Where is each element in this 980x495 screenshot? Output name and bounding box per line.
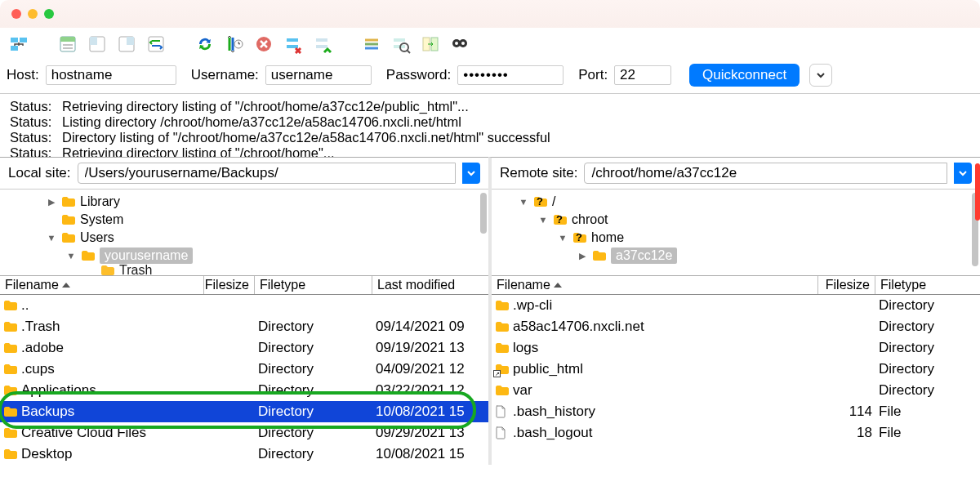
local-site-input[interactable] (78, 163, 456, 184)
minimize-window-dot[interactable] (28, 9, 38, 19)
tree-toggle[interactable]: ▶ (577, 251, 588, 261)
svg-rect-8 (90, 37, 97, 45)
file-row[interactable]: .TrashDirectory09/14/2021 09 (0, 316, 488, 337)
col-filename[interactable]: Filename (0, 276, 204, 294)
tree-toggle[interactable]: ▼ (46, 233, 57, 243)
close-window-dot[interactable] (11, 9, 21, 19)
file-name: .cups (21, 361, 55, 377)
file-row[interactable]: BackupsDirectory10/08/2021 15 (0, 401, 488, 422)
remote-columns[interactable]: Filename Filesize Filetype (492, 275, 980, 295)
tree-item[interactable]: ▼Users (0, 229, 488, 247)
tree-item[interactable]: ▼yourusername (0, 247, 488, 265)
folder-icon (3, 384, 18, 397)
remote-site-label: Remote site: (500, 165, 577, 181)
file-row[interactable]: logsDirectory (492, 337, 980, 359)
toggle-log-icon[interactable] (56, 32, 80, 56)
file-icon (495, 426, 510, 439)
remote-site-dropdown[interactable] (954, 163, 972, 184)
process-queue-icon[interactable] (222, 32, 247, 56)
folder-icon (495, 299, 510, 312)
log-row: Status:Retrieving directory listing of "… (10, 145, 970, 157)
host-input[interactable] (46, 65, 176, 85)
file-type: Directory (255, 446, 372, 462)
site-manager-icon[interactable] (7, 32, 31, 56)
file-row[interactable]: DesktopDirectory10/08/2021 15 (0, 444, 488, 465)
unknown-folder-icon: ? (533, 196, 548, 207)
disconnect-icon[interactable] (281, 32, 305, 56)
cancel-icon[interactable] (252, 32, 276, 56)
search-icon[interactable] (389, 32, 413, 56)
tree-toggle[interactable]: ▼ (557, 233, 568, 243)
file-row[interactable]: varDirectory (492, 380, 980, 401)
col-filesize[interactable]: Filesize (204, 276, 255, 294)
tree-item[interactable]: System (0, 211, 488, 229)
filter-icon[interactable] (359, 32, 384, 56)
file-row[interactable]: .. (0, 295, 488, 316)
local-columns[interactable]: Filename Filesize Filetype Last modified (0, 275, 488, 295)
file-row[interactable]: .wp-cliDirectory (492, 295, 980, 316)
local-file-list[interactable]: ...TrashDirectory09/14/2021 09.adobeDire… (0, 295, 488, 465)
toggle-remote-tree-icon[interactable] (114, 32, 139, 56)
file-row[interactable]: ApplicationsDirectory03/22/2021 12 (0, 380, 488, 401)
zoom-window-dot[interactable] (44, 9, 54, 19)
local-tree[interactable]: ▶LibrarySystem▼Users▼yourusernameTrash (0, 189, 488, 275)
scrollbar[interactable] (480, 193, 487, 234)
log-row: Status:Retrieving directory listing of "… (10, 99, 970, 114)
tree-item-label: / (552, 194, 555, 209)
toggle-local-tree-icon[interactable] (85, 32, 109, 56)
log-row: Status:Directory listing of "/chroot/hom… (10, 130, 970, 145)
file-row[interactable]: .bash_history114File (492, 401, 980, 422)
file-row[interactable]: a58ac14706.nxcli.netDirectory (492, 316, 980, 337)
file-row[interactable]: .bash_logout18File (492, 422, 980, 444)
tree-item-label: System (80, 212, 123, 227)
tree-item-label: chroot (572, 212, 608, 227)
reconnect-icon[interactable] (310, 32, 335, 56)
quickconnect-button[interactable]: Quickconnect (689, 64, 800, 87)
tree-item[interactable]: Trash (0, 265, 488, 275)
tree-toggle[interactable]: ▼ (537, 215, 549, 225)
file-row[interactable]: .adobeDirectory09/19/2021 13 (0, 337, 488, 359)
log-label: Status: (10, 130, 62, 145)
file-row[interactable]: .cupsDirectory04/09/2021 12 (0, 359, 488, 380)
compare-icon[interactable] (418, 32, 443, 56)
tree-item[interactable]: ▼?home (492, 229, 980, 247)
file-name: .bash_history (513, 404, 595, 420)
remote-site-input[interactable] (584, 163, 947, 184)
col-filetype[interactable]: Filetype (875, 276, 980, 294)
file-row[interactable]: Creative Cloud FilesDirectory09/29/2021 … (0, 422, 488, 444)
col-filesize[interactable]: Filesize (818, 276, 875, 294)
col-modified[interactable]: Last modified (372, 276, 488, 294)
file-type: Directory (255, 340, 372, 356)
tree-toggle[interactable]: ▼ (518, 197, 529, 207)
password-input[interactable] (457, 65, 564, 85)
file-modified: 04/09/2021 12 (372, 361, 488, 377)
file-row[interactable]: ↗public_htmlDirectory (492, 359, 980, 380)
log-message: Retrieving directory listing of "/chroot… (62, 145, 970, 157)
quickconnect-history-dropdown[interactable] (809, 64, 832, 87)
find-icon[interactable] (448, 32, 472, 56)
file-type: Directory (255, 404, 372, 420)
tree-item[interactable]: ▶a37cc12e (492, 247, 980, 265)
port-input[interactable] (614, 65, 671, 85)
refresh-icon[interactable] (193, 32, 217, 56)
password-label: Password: (386, 67, 451, 83)
tree-item[interactable]: ▼?chroot (492, 211, 980, 229)
remote-tree[interactable]: ▼?/▼?chroot▼?home▶a37cc12e (492, 189, 980, 275)
file-type: File (875, 404, 949, 420)
col-filetype[interactable]: Filetype (255, 276, 372, 294)
file-name: .adobe (21, 340, 64, 356)
username-input[interactable] (265, 65, 372, 85)
toggle-queue-icon[interactable] (144, 32, 168, 56)
tree-toggle[interactable]: ▼ (65, 251, 77, 261)
folder-icon (3, 299, 18, 312)
col-filename[interactable]: Filename (492, 276, 818, 294)
file-name: Applications (21, 382, 96, 399)
window-scrollbar[interactable] (975, 163, 980, 221)
tree-item[interactable]: ▼?/ (492, 193, 980, 211)
tree-item-label: yourusername (100, 247, 193, 264)
remote-file-list[interactable]: .wp-cliDirectorya58ac14706.nxcli.netDire… (492, 295, 980, 444)
local-site-dropdown[interactable] (462, 163, 480, 184)
tree-toggle[interactable]: ▶ (46, 197, 57, 207)
tree-item[interactable]: ▶Library (0, 193, 488, 211)
folder-icon (3, 363, 18, 376)
